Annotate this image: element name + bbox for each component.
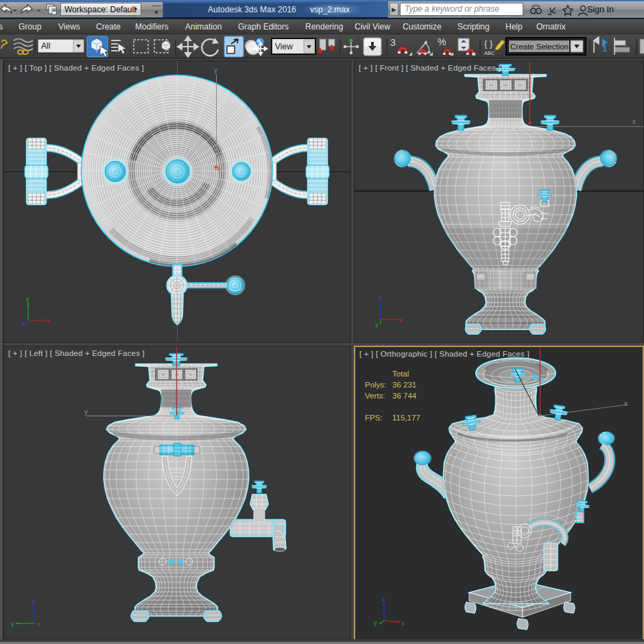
svg-text:z: z (32, 599, 35, 606)
svg-text:Create Selection Se: Create Selection Se (510, 43, 580, 51)
svg-text:View: View (275, 42, 293, 51)
svg-text:FPS:: FPS: (365, 414, 383, 422)
svg-text:Total: Total (392, 370, 409, 378)
svg-text:Polys:: Polys: (365, 381, 386, 389)
svg-text:y: y (374, 619, 377, 626)
svg-text:z: z (382, 596, 385, 603)
svg-text:y: y (11, 621, 14, 628)
svg-text:%: % (438, 36, 446, 47)
svg-text:ABC: ABC (484, 50, 495, 56)
svg-text:z: z (217, 166, 220, 172)
svg-text:y: y (214, 67, 217, 74)
svg-text:x: x (399, 317, 403, 324)
svg-text:y: y (84, 408, 88, 416)
svg-text:x: x (37, 621, 40, 628)
svg-text:115,177: 115,177 (392, 414, 420, 422)
svg-text:Verts:: Verts: (365, 392, 385, 400)
svg-text:x: x (624, 400, 628, 407)
svg-text:x: x (632, 118, 636, 126)
svg-text:{ }: { } (484, 38, 493, 49)
svg-text:36 231: 36 231 (392, 381, 416, 389)
svg-text:x: x (401, 620, 405, 627)
svg-text:1: 1 (602, 43, 607, 53)
svg-text:y: y (26, 296, 29, 302)
svg-text:3: 3 (390, 37, 396, 48)
svg-text:y: y (375, 321, 379, 328)
svg-text:x: x (47, 318, 50, 324)
svg-text:z: z (22, 321, 25, 328)
svg-text:z: z (379, 295, 382, 302)
svg-text:36 744: 36 744 (392, 392, 417, 400)
svg-text:All: All (41, 41, 50, 51)
